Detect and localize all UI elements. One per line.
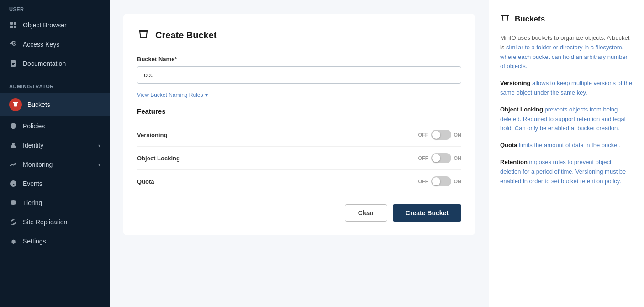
toggle-on-label: ON [454, 179, 462, 184]
sidebar-item-access-keys[interactable]: Access Keys [0, 35, 110, 54]
main-area: Create Bucket Bucket Name* View Bucket N… [110, 0, 644, 307]
identity-icon [9, 141, 17, 149]
sidebar-item-label: Site Replication [23, 218, 67, 226]
toggle-quota[interactable] [431, 176, 451, 186]
sidebar-item-label: Settings [23, 238, 46, 245]
bucket-info-icon [500, 13, 510, 25]
chevron-down-icon: ▾ [205, 92, 208, 98]
settings-icon [9, 237, 17, 245]
bucket-name-group: Bucket Name* [137, 56, 461, 84]
sidebar-item-site-replication[interactable]: Site Replication [0, 212, 110, 232]
info-para-1: MinIO uses buckets to organize objects. … [500, 33, 633, 71]
info-para-2: Versioning allows to keep multiple versi… [500, 79, 633, 98]
sidebar-item-documentation[interactable]: Documentation [0, 54, 110, 73]
sidebar-item-label: Tiering [23, 199, 42, 206]
tiering-icon [9, 199, 17, 207]
bucket-name-label: Bucket Name* [137, 56, 461, 63]
sidebar-item-monitoring[interactable]: Monitoring ▾ [0, 155, 110, 174]
create-bucket-card: Create Bucket Bucket Name* View Bucket N… [123, 14, 475, 235]
features-label: Features [137, 107, 461, 115]
button-row: Clear Create Bucket [137, 204, 461, 222]
sidebar-item-identity[interactable]: Identity ▾ [0, 136, 110, 155]
svg-rect-2 [10, 26, 13, 28]
naming-rules-link[interactable]: View Bucket Naming Rules ▾ [137, 92, 461, 98]
doc-icon [9, 59, 17, 68]
sidebar-item-label: Events [23, 180, 42, 187]
key-icon [9, 40, 17, 48]
info-panel-header: Buckets [500, 13, 633, 25]
toggle-on-label: ON [454, 155, 462, 161]
bucket-form-icon [137, 27, 150, 43]
user-section-header: User [0, 0, 110, 16]
bucket-active-icon [9, 98, 22, 111]
sidebar-item-label: Monitoring [23, 161, 53, 168]
svg-rect-8 [501, 15, 509, 16]
feature-name-versioning: Versioning [137, 132, 418, 138]
info-para-3: Object Locking prevents objects from bei… [500, 105, 633, 133]
feature-name-object-locking: Object Locking [137, 155, 418, 162]
feature-row-versioning: Versioning OFF ON [137, 123, 461, 147]
info-panel-title: Buckets [515, 15, 545, 24]
divider [0, 75, 110, 75]
toggle-thumb [432, 131, 440, 139]
svg-rect-3 [14, 26, 16, 28]
sidebar-item-label: Access Keys [23, 41, 59, 48]
bucket-name-input[interactable] [137, 66, 461, 84]
sidebar-item-tiering[interactable]: Tiering [0, 193, 110, 212]
feature-name-quota: Quota [137, 178, 418, 185]
toggle-thumb [432, 177, 440, 185]
toggle-group-versioning: OFF ON [418, 130, 462, 140]
feature-row-quota: Quota OFF ON [137, 170, 461, 193]
svg-rect-0 [10, 22, 13, 25]
card-title-row: Create Bucket [137, 27, 461, 43]
toggle-off-label: OFF [418, 132, 428, 138]
sidebar-item-label: Buckets [27, 101, 50, 108]
toggle-versioning[interactable] [431, 130, 451, 140]
sidebar-item-object-browser[interactable]: Object Browser [0, 16, 110, 35]
sidebar-item-label: Object Browser [23, 21, 67, 29]
sidebar-item-settings[interactable]: Settings [0, 232, 110, 251]
sidebar-item-label: Documentation [23, 60, 66, 67]
create-bucket-button[interactable]: Create Bucket [393, 204, 461, 222]
monitoring-icon [9, 160, 17, 169]
content-area: Create Bucket Bucket Name* View Bucket N… [110, 0, 489, 307]
events-icon [9, 180, 17, 188]
toggle-off-label: OFF [418, 179, 428, 184]
clear-button[interactable]: Clear [345, 204, 387, 222]
chevron-down-icon: ▾ [98, 162, 100, 167]
naming-rules-text: View Bucket Naming Rules [137, 92, 203, 98]
chevron-down-icon: ▾ [98, 143, 100, 148]
form-title: Create Bucket [155, 30, 217, 41]
info-para-5: Retention imposes rules to prevent objec… [500, 158, 633, 186]
toggle-off-label: OFF [418, 155, 428, 161]
info-panel: Buckets MinIO uses buckets to organize o… [489, 0, 644, 307]
sidebar-item-policies[interactable]: Policies [0, 116, 110, 136]
sidebar-item-buckets[interactable]: Buckets [0, 93, 110, 116]
grid-icon [9, 21, 17, 29]
svg-rect-7 [139, 30, 148, 32]
sidebar-item-events[interactable]: Events [0, 174, 110, 193]
svg-rect-4 [13, 102, 18, 103]
feature-row-object-locking: Object Locking OFF ON [137, 147, 461, 170]
toggle-on-label: ON [454, 132, 462, 138]
svg-rect-1 [14, 22, 16, 25]
admin-section-header: Administrator [0, 77, 110, 93]
toggle-object-locking[interactable] [431, 153, 451, 163]
toggle-thumb [432, 154, 440, 162]
info-para-4: Quota limits the amount of data in the b… [500, 141, 633, 150]
sidebar-item-label: Identity [23, 142, 43, 149]
sidebar-item-label: Policies [23, 122, 45, 130]
toggle-group-quota: OFF ON [418, 176, 462, 186]
replication-icon [9, 218, 17, 226]
toggle-group-object-locking: OFF ON [418, 153, 462, 163]
sidebar: User Object Browser Access Keys Document… [0, 0, 110, 307]
shield-icon [9, 122, 17, 130]
